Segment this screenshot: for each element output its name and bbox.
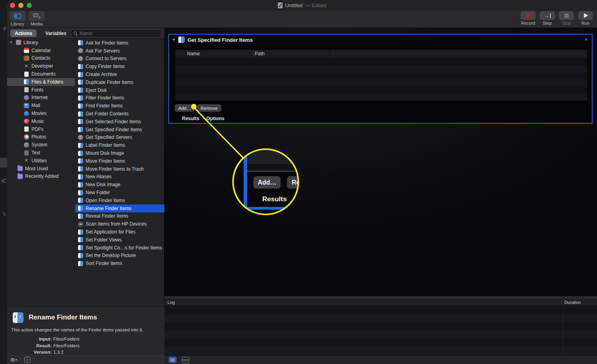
action-item-label: Set Folder Views: [86, 237, 122, 243]
info-field-row: Version: 1.3.2: [7, 349, 119, 356]
run-button[interactable]: Run: [578, 11, 593, 25]
record-button[interactable]: Record: [521, 11, 536, 25]
tab-options[interactable]: Options: [206, 116, 224, 121]
action-item-label: Filter Finder Items: [86, 95, 124, 101]
collapse-panel-button[interactable]: ∨: [24, 357, 30, 363]
sidebar-item[interactable]: ▼ Files & Folders: [7, 78, 75, 86]
sidebar-item[interactable]: ▼ Most Used: [7, 165, 75, 173]
disclosure-triangle-icon[interactable]: ▼: [10, 41, 14, 44]
action-list-item[interactable]: Move Finder Items: [75, 157, 164, 165]
duration-column-header[interactable]: Duration: [564, 300, 581, 305]
sidebar-item[interactable]: ▼ Internet: [7, 94, 75, 102]
sidebar-item-icon: [24, 56, 29, 61]
document-icon: [278, 2, 283, 8]
panes-view-icon[interactable]: [182, 357, 189, 363]
action-list-item[interactable]: New Folder: [75, 189, 164, 197]
action-list-item[interactable]: Rename Finder Items: [75, 204, 164, 212]
tab-variables[interactable]: Variables: [41, 29, 70, 37]
column-divider[interactable]: [253, 50, 254, 58]
sidebar-item[interactable]: ▼ Music: [7, 117, 75, 125]
sidebar-item[interactable]: ▼ System: [7, 141, 75, 149]
action-list-item[interactable]: Move Finder Items to Trash: [75, 165, 164, 173]
sidebar-item[interactable]: ▼ Text: [7, 149, 75, 157]
sidebar-item[interactable]: ▼ Utilities: [7, 157, 75, 165]
action-list-item[interactable]: Open Finder Items: [75, 197, 164, 204]
finder-items-table[interactable]: Name Path: [175, 49, 588, 101]
search-placeholder: Name: [80, 31, 92, 36]
sidebar-item-icon: [24, 158, 29, 163]
action-list-item[interactable]: Label Finder Items: [75, 141, 164, 149]
close-icon[interactable]: ×: [585, 36, 588, 43]
action-list-item[interactable]: Sort Finder Items: [75, 259, 164, 267]
action-list-item[interactable]: Find Finder Items: [75, 102, 164, 110]
sidebar-item[interactable]: ▼ Library: [7, 39, 75, 47]
action-list-item[interactable]: Ask for Finder Items: [75, 39, 164, 47]
action-card-get-specified-finder-items[interactable]: ▼ Get Specified Finder Items × Name Path…: [168, 34, 593, 124]
sidebar-item[interactable]: ▼ Calendar: [7, 47, 75, 55]
action-list-item[interactable]: New Aliases: [75, 173, 164, 181]
action-list-item[interactable]: Get Folder Contents: [75, 110, 164, 118]
action-list-item[interactable]: Set Spotlight Co…s for Finder Items: [75, 244, 164, 252]
sidebar-item[interactable]: ▼ Photos: [7, 133, 75, 141]
library-button[interactable]: Library: [10, 11, 25, 26]
action-list-item[interactable]: Filter Finder Items: [75, 94, 164, 102]
sidebar-item[interactable]: ▼ Recently Added: [7, 173, 75, 181]
action-item-icon: [78, 95, 83, 101]
action-item-label: Ask For Servers: [86, 48, 120, 54]
action-item-label: Set Application for Files: [86, 229, 135, 235]
action-list-item[interactable]: Get Selected Finder Items: [75, 118, 164, 126]
sidebar-item-label: Library: [23, 40, 38, 45]
tab-results[interactable]: Results: [182, 116, 199, 121]
action-list-item[interactable]: Set Application for Files: [75, 228, 164, 236]
remove-button[interactable]: Remove: [197, 104, 221, 112]
add-button[interactable]: Add…: [175, 104, 195, 112]
column-header-path[interactable]: Path: [255, 51, 265, 56]
action-list-item[interactable]: New Disk Image: [75, 181, 164, 189]
sidebar-item[interactable]: ▼ PDFs: [7, 125, 75, 133]
action-item-label: New Aliases: [86, 174, 111, 179]
table-body-empty[interactable]: [175, 58, 587, 101]
background-text-fragment: F: [4, 26, 6, 32]
action-item-icon: [78, 40, 83, 45]
column-header-name[interactable]: Name: [187, 51, 200, 56]
sidebar-item[interactable]: ▼ Fonts: [7, 86, 75, 94]
action-list-item[interactable]: Eject Disk: [75, 86, 164, 94]
sidebar-item-label: Movies: [31, 111, 47, 116]
action-list-item[interactable]: Set the Desktop Picture: [75, 252, 164, 260]
column-divider[interactable]: [333, 50, 333, 58]
action-list-item[interactable]: Get Specified Finder Items: [75, 126, 164, 134]
log-column-header[interactable]: Log: [168, 300, 175, 305]
action-item-icon: [78, 103, 83, 109]
action-list-item[interactable]: Reveal Finder Items: [75, 212, 164, 220]
list-view-icon[interactable]: [169, 357, 176, 363]
sidebar-item-label: Mail: [31, 103, 40, 108]
tab-actions[interactable]: Actions: [10, 29, 37, 37]
titlebar[interactable]: Untitled — Edited: [7, 0, 597, 11]
action-list-item[interactable]: Set Folder Views: [75, 236, 164, 244]
media-button[interactable]: ♪ Media: [29, 11, 45, 26]
search-input[interactable]: Name: [71, 29, 161, 37]
action-list-item[interactable]: Duplicate Finder Items: [75, 78, 164, 86]
action-list-item[interactable]: Copy Finder Items: [75, 62, 164, 70]
action-list-item[interactable]: Connect to Servers: [75, 55, 164, 63]
action-list-item[interactable]: Create Archive: [75, 70, 164, 78]
sidebar-item[interactable]: ▼ Documents: [7, 70, 75, 78]
action-list-item[interactable]: Mount Disk Image: [75, 149, 164, 157]
gear-menu-button[interactable]: ⚙ ▾: [10, 357, 17, 363]
magnified-results-tab: Results: [262, 195, 287, 203]
library-tabs-bar: Actions Variables Name: [7, 28, 164, 39]
sidebar-item-icon: [18, 174, 23, 179]
magnified-remove-button-partial: Re: [287, 176, 298, 189]
sidebar-item[interactable]: ▼ Mail: [7, 101, 75, 109]
action-list-item[interactable]: Ask For Servers: [75, 47, 164, 55]
sidebar-item[interactable]: ▼ Movies: [7, 109, 75, 117]
table-header: Name Path: [175, 50, 587, 58]
disclosure-triangle-icon[interactable]: ▼: [172, 38, 176, 42]
sidebar-item[interactable]: ▼ Contacts: [7, 55, 75, 62]
info-fields: Input: Files/Folders Result: Files/Folde…: [7, 336, 119, 356]
sidebar-item[interactable]: ▼ Developer: [7, 62, 75, 70]
action-list-item[interactable]: Get Specified Servers: [75, 134, 164, 142]
step-button[interactable]: → Step: [540, 11, 555, 25]
action-list-item[interactable]: Scan Items from HP Devices: [75, 220, 164, 228]
stop-button[interactable]: Stop: [559, 11, 574, 25]
